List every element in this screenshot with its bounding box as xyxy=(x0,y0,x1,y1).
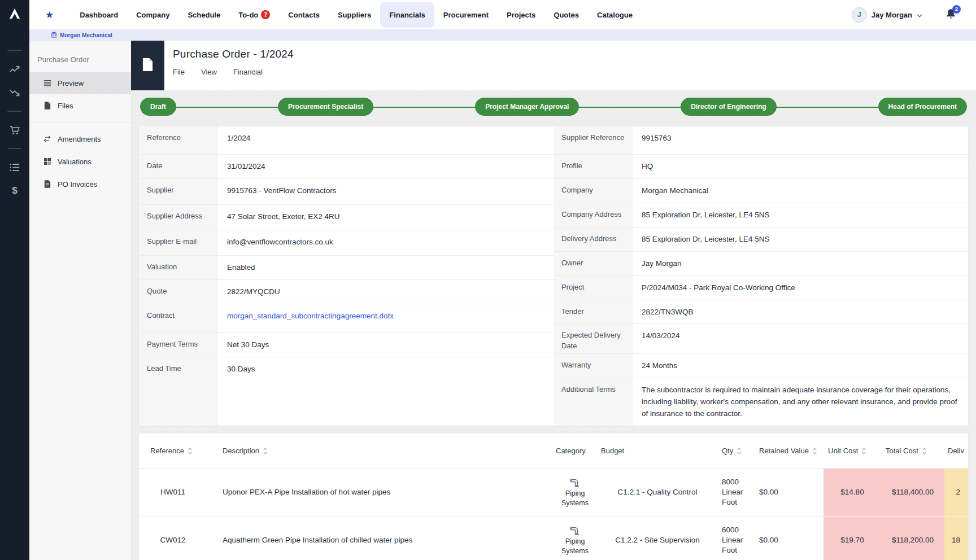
list-icon[interactable] xyxy=(10,161,20,173)
detail-row: Supplier Reference9915763 xyxy=(554,126,968,155)
detail-label: Company xyxy=(554,179,633,203)
trend-up-icon[interactable] xyxy=(9,63,20,75)
nav-projects[interactable]: Projects xyxy=(498,2,544,28)
menu-view[interactable]: View xyxy=(201,68,217,76)
sidebar-item-preview[interactable]: Preview xyxy=(29,72,131,94)
cell-category: Piping Systems xyxy=(552,524,598,556)
sort-icon[interactable] xyxy=(922,448,926,454)
detail-value: 14/03/2024 xyxy=(633,324,968,353)
main-nav: DashboardCompanyScheduleTo-do7ContactsSu… xyxy=(71,2,642,28)
cart-icon[interactable] xyxy=(10,124,20,135)
detail-value: The subcontractor is required to maintai… xyxy=(633,378,968,426)
col-header-description[interactable]: Description xyxy=(207,447,552,455)
nav-label: Procurement xyxy=(443,11,489,19)
file-icon xyxy=(142,58,154,74)
nav-catalogue[interactable]: Catalogue xyxy=(588,2,642,28)
sort-icon[interactable] xyxy=(263,448,267,454)
workflow-stage-procurement-specialist[interactable]: Procurement Specialist xyxy=(278,98,373,116)
favorite-star-icon[interactable]: ★ xyxy=(45,9,54,21)
table-row[interactable]: CW012Aquatherm Green Pipe Installation o… xyxy=(139,517,968,560)
sidebar-item-label: Valuations xyxy=(58,158,91,166)
category-label: Piping Systems xyxy=(552,489,598,508)
nav-quotes[interactable]: Quotes xyxy=(544,2,588,28)
col-header-label: Budget xyxy=(601,447,624,455)
sort-icon[interactable] xyxy=(813,448,817,454)
menu-financial[interactable]: Financial xyxy=(233,68,263,76)
bank-icon xyxy=(51,32,57,39)
detail-label: Contract xyxy=(139,304,218,333)
workflow-stage-director-of-engineering[interactable]: Director of Engineering xyxy=(681,98,776,116)
avatar: J xyxy=(852,7,867,23)
dollar-icon[interactable]: $ xyxy=(12,185,17,196)
nav-suppliers[interactable]: Suppliers xyxy=(329,2,380,28)
col-header-unit-cost[interactable]: Unit Cost xyxy=(823,447,881,455)
cell-reference: CW012 xyxy=(160,535,185,545)
detail-row: Expected Delivery Date14/03/2024 xyxy=(554,324,968,354)
col-header-label: Reference xyxy=(150,447,184,455)
nav-procurement[interactable]: Procurement xyxy=(434,2,498,28)
nav-contacts[interactable]: Contacts xyxy=(279,2,329,28)
col-header-qty[interactable]: Qty xyxy=(717,447,755,455)
cell-reference: HW011 xyxy=(160,487,185,497)
workflow-stage-draft[interactable]: Draft xyxy=(140,98,176,116)
sidebar-item-label: Files xyxy=(58,102,73,110)
user-menu[interactable]: J Jay Morgan xyxy=(852,7,922,23)
breadcrumb[interactable]: Morgan Mechanical xyxy=(29,29,976,41)
cell-qty: 8000 Linear Foot xyxy=(717,477,755,508)
main-content: Purchase Order - 1/2024 FileViewFinancia… xyxy=(131,41,976,560)
nav-to-do[interactable]: To-do7 xyxy=(229,2,279,28)
menu-file[interactable]: File xyxy=(173,68,185,76)
detail-row: Additional TermsThe subcontractor is req… xyxy=(554,378,968,426)
cell-retained_value: $0.00 xyxy=(755,535,823,545)
workflow-stage-head-of-procurement[interactable]: Head of Procurement xyxy=(878,98,967,116)
detail-value-link[interactable]: morgan_standard_subcontractingagreement.… xyxy=(218,304,554,333)
notifications-button[interactable]: 2 xyxy=(945,8,957,22)
detail-row: Contractmorgan_standard_subcontractingag… xyxy=(139,304,554,333)
invoices-icon xyxy=(43,180,51,188)
cell-budget: C1.2.1 - Quality Control xyxy=(617,487,697,497)
sidebar-item-files[interactable]: Files xyxy=(29,94,131,117)
user-name: Jay Morgan xyxy=(872,11,912,19)
detail-row: Delivery Address85 Exploration Dr, Leice… xyxy=(554,228,968,252)
nav-schedule[interactable]: Schedule xyxy=(178,2,229,28)
detail-value: 47 Solar Street, Exeter, EX2 4RU xyxy=(218,205,554,230)
detail-value: 24 Months xyxy=(633,354,968,378)
detail-label: Tender xyxy=(554,300,633,324)
col-header-retained-value[interactable]: Retained Value xyxy=(755,447,823,455)
col-header-total-cost[interactable]: Total Cost xyxy=(881,447,944,455)
details-card: Reference1/2024Date31/01/2024Supplier991… xyxy=(139,126,968,426)
detail-value: Jay Morgan xyxy=(633,252,968,275)
workflow-stage-project-manager-approval[interactable]: Project Manager Approval xyxy=(475,98,579,116)
document-icon-tile xyxy=(131,41,164,90)
sort-icon[interactable] xyxy=(188,448,192,454)
cell-unit_cost: $19.70 xyxy=(823,517,881,560)
detail-row: ValuationEnabled xyxy=(139,256,554,280)
detail-label: Supplier Address xyxy=(139,205,218,230)
detail-label: Warranty xyxy=(554,354,633,378)
detail-label: Supplier Reference xyxy=(554,126,633,154)
cell-description: Uponor PEX-A Pipe Installation of hot wa… xyxy=(207,487,552,497)
nav-dashboard[interactable]: Dashboard xyxy=(71,2,127,28)
nav-label: To-do xyxy=(238,11,258,19)
detail-value: 9915763 - VentFlow Contractors xyxy=(218,179,554,204)
detail-row: Company Address85 Exploration Dr, Leices… xyxy=(554,203,968,228)
sidebar-item-po-invoices[interactable]: PO Invoices xyxy=(29,173,131,195)
col-header-category: Category xyxy=(552,447,598,455)
nav-financials[interactable]: Financials xyxy=(380,2,434,28)
sidebar-item-valuations[interactable]: Valuations xyxy=(29,150,131,173)
col-header-label: Total Cost xyxy=(886,447,918,455)
sidebar-item-amendments[interactable]: Amendments xyxy=(29,128,131,150)
sort-icon[interactable] xyxy=(862,448,866,454)
detail-label: Owner xyxy=(554,252,633,275)
sort-icon[interactable] xyxy=(737,448,741,454)
trend-down-icon[interactable] xyxy=(9,87,20,98)
line-items-header: ReferenceDescriptionCategoryBudgetQtyRet… xyxy=(139,434,968,469)
nav-label: Schedule xyxy=(188,11,220,19)
table-row[interactable]: HW011Uponor PEX-A Pipe Installation of h… xyxy=(139,469,968,517)
app-logo[interactable] xyxy=(0,0,29,29)
col-header-reference[interactable]: Reference xyxy=(139,447,207,455)
detail-label: Valuation xyxy=(139,256,218,279)
nav-label: Quotes xyxy=(554,11,579,19)
nav-company[interactable]: Company xyxy=(127,2,178,28)
amendments-icon xyxy=(43,135,51,142)
